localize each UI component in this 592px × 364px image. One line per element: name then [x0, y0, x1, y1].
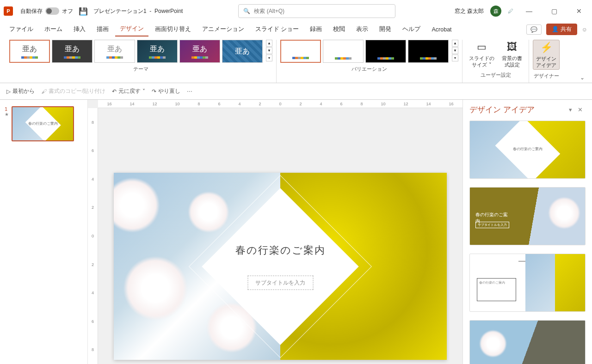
- design-idea-1[interactable]: 春の行楽のご案内: [469, 121, 586, 179]
- design-ideas-title: デザイン アイデア: [469, 104, 566, 115]
- slide-title-text[interactable]: 春の行楽のご案内: [235, 243, 326, 257]
- autosave-toggle[interactable]: 自動保存 オフ: [20, 7, 73, 15]
- designer-group-label: デザイナー: [534, 73, 559, 81]
- slide-size-button[interactable]: ▭スライドの サイズ ˅: [466, 40, 497, 69]
- redo-icon: ↷: [152, 88, 156, 95]
- minimize-button[interactable]: —: [520, 4, 538, 18]
- slide-panel: 1 ★ 春の行楽のご案内: [0, 100, 88, 364]
- document-title: プレゼンテーション1 - PowerPoint: [93, 7, 183, 15]
- variations-scroll-down[interactable]: ▼: [452, 47, 458, 54]
- tab-developer[interactable]: 開発: [375, 23, 396, 36]
- ruler-horizontal: 1614121086420246810121416: [98, 100, 462, 108]
- themes-scroll-down[interactable]: ▼: [266, 47, 272, 54]
- slide-thumbnail-1[interactable]: 春の行楽のご案内: [12, 106, 74, 141]
- tab-design[interactable]: デザイン: [115, 22, 148, 36]
- themes-group-label: テーマ: [133, 66, 148, 74]
- tab-home[interactable]: ホーム: [40, 23, 67, 36]
- brush-icon: 🖌: [41, 88, 47, 95]
- search-icon: 🔍: [243, 8, 250, 14]
- user-name[interactable]: 窓之 森太郎: [455, 7, 484, 15]
- variations-group-label: バリエーション: [352, 66, 387, 74]
- slide-size-icon: ▭: [477, 41, 487, 54]
- toggle-switch[interactable]: [45, 7, 59, 15]
- design-idea-3[interactable]: 春の行楽のご案内: [469, 254, 586, 312]
- mic-icon[interactable]: 🖊: [508, 8, 513, 14]
- tab-animations[interactable]: アニメーション: [197, 23, 249, 36]
- tab-record[interactable]: 録画: [305, 23, 327, 36]
- design-idea-2[interactable]: 春の行楽のご案 内 サブタイトルを入力: [469, 187, 586, 245]
- slide-number: 1: [5, 106, 9, 112]
- group-themes: 亜あ 亜あ 亜あ 亜あ 亜あ 亜あ ▲ ▼ ▾ テーマ: [6, 40, 277, 83]
- tab-view[interactable]: 表示: [352, 23, 373, 36]
- quick-access-toolbar: ▷最初から 🖌書式のコピー/貼り付け ↶元に戻す ˅ ↷やり直し ⋯: [0, 83, 592, 100]
- share-button[interactable]: 👤 共有: [546, 24, 577, 35]
- background-icon: 🖼: [507, 41, 517, 54]
- ribbon-tabs: ファイル ホーム 挿入 描画 デザイン 画面切り替え アニメーション スライド …: [0, 22, 592, 37]
- variation-4[interactable]: [408, 40, 449, 63]
- variation-3[interactable]: [365, 40, 406, 63]
- design-ideas-pane: デザイン アイデア ▾ ✕ 春の行楽のご案内 春の行楽のご案 内 サブタイトルを…: [462, 100, 592, 364]
- title-bar: P 自動保存 オフ 💾 プレゼンテーション1 - PowerPoint 🔍 検索…: [0, 0, 592, 22]
- group-designer: ⚡デザイン アイデア デザイナー: [529, 40, 563, 83]
- slide-subtitle-placeholder[interactable]: サブタイトルを入力: [247, 275, 313, 290]
- pane-close-button[interactable]: ✕: [575, 105, 586, 114]
- tab-transitions[interactable]: 画面切り替え: [150, 23, 196, 36]
- avatar[interactable]: 森: [490, 6, 501, 17]
- design-ideas-button[interactable]: ⚡デザイン アイデア: [533, 40, 560, 70]
- from-start-button[interactable]: ▷最初から: [6, 87, 35, 95]
- save-icon[interactable]: 💾: [79, 7, 88, 16]
- pane-dropdown[interactable]: ▾: [566, 105, 575, 114]
- app-icon: P: [4, 6, 13, 16]
- maximize-button[interactable]: ▢: [545, 4, 563, 18]
- undo-button[interactable]: ↶元に戻す ˅: [112, 87, 145, 95]
- background-format-button[interactable]: 🖼背景の書 式設定: [499, 40, 525, 69]
- lightning-icon: ⚡: [540, 41, 553, 55]
- variation-2[interactable]: [323, 40, 364, 63]
- variations-expand[interactable]: ▾: [452, 55, 458, 61]
- quickbar-overflow[interactable]: ⋯: [187, 88, 192, 95]
- variations-scroll-up[interactable]: ▲: [452, 40, 458, 47]
- tab-help[interactable]: ヘルプ: [398, 23, 425, 36]
- themes-scroll-up[interactable]: ▲: [266, 40, 272, 47]
- tab-insert[interactable]: 挿入: [69, 23, 90, 36]
- slide-editor: 1614121086420246810121416 864202468 春の行楽…: [88, 100, 462, 364]
- custom-group-label: ユーザー設定: [481, 72, 511, 80]
- collapse-ribbon-button[interactable]: ⌄: [578, 73, 586, 83]
- ribbon-design: 亜あ 亜あ 亜あ 亜あ 亜あ 亜あ ▲ ▼ ▾ テーマ ▲ ▼ ▾ バリ: [0, 37, 592, 83]
- main-area: 1 ★ 春の行楽のご案内 1614121086420246810121416 8…: [0, 100, 592, 364]
- variation-1[interactable]: [280, 40, 321, 63]
- ruler-vertical: 864202468: [88, 108, 98, 364]
- format-painter-button[interactable]: 🖌書式のコピー/貼り付け: [41, 87, 105, 95]
- tab-acrobat[interactable]: Acrobat: [427, 24, 456, 36]
- group-variations: ▲ ▼ ▾ バリエーション: [277, 40, 462, 83]
- theme-thumb-4[interactable]: 亜あ: [137, 40, 178, 63]
- comments-button[interactable]: 💬: [526, 24, 542, 35]
- theme-thumb-5[interactable]: 亜あ: [179, 40, 220, 63]
- undo-icon: ↶: [112, 88, 117, 95]
- group-custom: ▭スライドの サイズ ˅ 🖼背景の書 式設定 ユーザー設定: [462, 40, 529, 83]
- close-button[interactable]: ✕: [570, 4, 588, 18]
- tab-review[interactable]: 校閲: [328, 23, 350, 36]
- theme-thumb-1[interactable]: 亜あ: [9, 40, 50, 63]
- themes-expand[interactable]: ▾: [266, 55, 272, 61]
- slide-canvas[interactable]: 春の行楽のご案内 サブタイトルを入力: [114, 173, 447, 360]
- theme-thumb-6[interactable]: 亜あ: [222, 40, 263, 63]
- animation-star-icon: ★: [5, 112, 9, 117]
- theme-thumb-3[interactable]: 亜あ: [94, 40, 135, 63]
- design-idea-4[interactable]: 春の行楽の: [469, 320, 586, 364]
- tab-file[interactable]: ファイル: [5, 23, 38, 36]
- theme-thumb-2[interactable]: 亜あ: [52, 40, 92, 63]
- tab-slideshow[interactable]: スライド ショー: [251, 23, 303, 36]
- search-input[interactable]: 🔍 検索 (Alt+Q): [238, 4, 395, 18]
- tab-draw[interactable]: 描画: [92, 23, 113, 36]
- smile-icon[interactable]: ☺: [582, 26, 587, 33]
- play-icon: ▷: [6, 88, 11, 95]
- redo-button[interactable]: ↷やり直し: [152, 87, 180, 95]
